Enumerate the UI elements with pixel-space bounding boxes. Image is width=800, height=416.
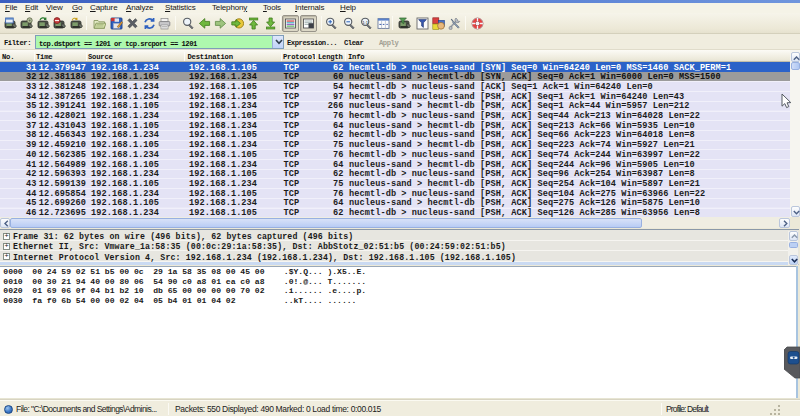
svg-text:1:1: 1:1 [362,20,369,25]
